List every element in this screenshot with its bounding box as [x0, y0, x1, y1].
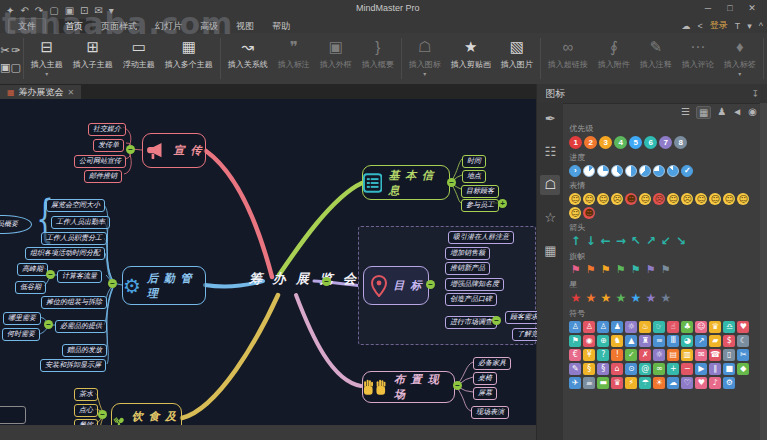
flag-icon-6[interactable]: ⚑: [659, 264, 672, 276]
document-tab[interactable]: ▦ 筹办展览会 ✕: [0, 85, 81, 99]
emoji-icon-14[interactable]: ☻: [583, 207, 595, 219]
mindmap-node[interactable]: 计算客流量: [57, 270, 102, 283]
ribbon-button-插入超链接[interactable]: ∞插入超链接: [543, 33, 593, 84]
symbol-icon-33[interactable]: ▤: [667, 349, 679, 361]
progress-icon-8[interactable]: ✓: [681, 165, 693, 177]
collapse-button[interactable]: −: [492, 316, 501, 325]
symbol-icon-49[interactable]: ∥: [709, 363, 721, 375]
mindmap-node[interactable]: 何时需要: [2, 328, 40, 341]
symbol-icon-31[interactable]: ✗: [639, 349, 651, 361]
mindmap-node[interactable]: 创造产品口碑: [445, 293, 497, 306]
symbol-icon-24[interactable]: $: [723, 335, 735, 347]
maximize-button[interactable]: □: [719, 0, 741, 16]
symbol-icon-23[interactable]: ▰: [709, 335, 721, 347]
flag-icon-3[interactable]: ⚑: [614, 264, 627, 276]
flag-icon-2[interactable]: ⚑: [599, 264, 612, 276]
clipboard-icon-1[interactable]: ✑: [11, 44, 20, 57]
collapse-ribbon-icon[interactable]: ^: [759, 21, 763, 31]
priority-icon-8[interactable]: 8: [674, 136, 687, 149]
panel-scrollbar[interactable]: [760, 103, 767, 440]
symbol-icon-57[interactable]: ☂: [639, 377, 651, 389]
ribbon-button-插入多个主题[interactable]: ▦插入多个主题: [160, 33, 218, 84]
symbol-icon-18[interactable]: ♜: [639, 335, 651, 347]
ribbon-button-插入主题[interactable]: ⊟插入主题▾: [26, 33, 68, 84]
mindmap-node[interactable]: 高峰期: [17, 263, 48, 276]
symbol-icon-44[interactable]: @: [639, 363, 651, 375]
arrow-icon-7[interactable]: ↘: [674, 235, 687, 248]
emoji-icon-6[interactable]: ☹: [653, 193, 665, 205]
quick-access-icon-2[interactable]: ↷: [35, 5, 43, 16]
progress-icon-0[interactable]: ›: [569, 165, 581, 177]
ribbon-button-插入标注[interactable]: ❞插入标注: [273, 33, 315, 84]
symbol-icon-41[interactable]: §: [597, 363, 609, 375]
emoji-icon-9[interactable]: ☺: [695, 193, 707, 205]
mindmap-node[interactable]: 屏幕: [473, 387, 497, 400]
symbol-icon-43[interactable]: ⊙: [625, 363, 637, 375]
symbol-icon-45[interactable]: ∞: [653, 363, 665, 375]
menu-file[interactable]: 文件: [8, 18, 46, 35]
topic-food-service[interactable]: 饮 食 及 服 务: [111, 403, 182, 425]
collapse-button[interactable]: −: [447, 178, 456, 187]
dropdown-caret-icon[interactable]: ▾: [738, 70, 741, 78]
ribbon-button-插入子主题[interactable]: ⊞插入子主题: [68, 33, 118, 84]
symbol-icon-17[interactable]: ▲: [625, 335, 637, 347]
collapse-button[interactable]: −: [126, 145, 135, 154]
mindmap-node[interactable]: 增加销售额: [445, 247, 490, 260]
panel-side-icon-2[interactable]: ☖: [540, 175, 560, 195]
mindmap-node[interactable]: 地点: [462, 170, 486, 183]
mindmap-node[interactable]: 现场表演: [471, 406, 509, 419]
symbol-icon-55[interactable]: ♛: [611, 377, 623, 389]
emoji-icon-11[interactable]: ☺: [723, 193, 735, 205]
symbol-icon-22[interactable]: ↗: [695, 335, 707, 347]
priority-icon-5[interactable]: 5: [629, 136, 642, 149]
collapse-button[interactable]: −: [46, 270, 55, 279]
mindmap-node[interactable]: 茶水: [74, 388, 98, 401]
symbol-icon-19[interactable]: ≡: [653, 335, 665, 347]
symbol-icon-52[interactable]: ✈: [569, 377, 581, 389]
mindmap-node[interactable]: 公司网站宣传: [74, 155, 126, 168]
ribbon-button-浮动主题[interactable]: ▭浮动主题: [118, 33, 160, 84]
flag-icon-1[interactable]: ⚑: [584, 264, 597, 276]
mindmap-node[interactable]: 桌椅: [473, 372, 497, 385]
symbol-icon-39[interactable]: ✎: [569, 363, 581, 375]
symbol-icon-54[interactable]: ▬: [597, 377, 609, 389]
clipboard-icon-2[interactable]: ▣: [0, 61, 10, 74]
emoji-icon-1[interactable]: ☺: [583, 193, 595, 205]
summary-node[interactable]: 人员概要: [0, 215, 32, 234]
symbol-icon-35[interactable]: ✉: [695, 349, 707, 361]
priority-icon-3[interactable]: 3: [599, 136, 612, 149]
menu-advanced[interactable]: 高级: [191, 19, 227, 34]
emoji-icon-8[interactable]: ☹: [681, 193, 693, 205]
star-icon-2[interactable]: ★: [599, 292, 612, 305]
panel-view-icon-3[interactable]: ◄: [732, 106, 742, 119]
star-icon-0[interactable]: ★: [569, 292, 582, 305]
symbol-icon-8[interactable]: ♣: [681, 321, 693, 333]
ribbon-button-插入图标[interactable]: ☖插入图标▾: [404, 33, 446, 84]
symbol-icon-40[interactable]: §: [583, 363, 595, 375]
expand-button[interactable]: +: [498, 199, 507, 208]
ribbon-button-插入附件[interactable]: ∮插入附件: [593, 33, 635, 84]
symbol-icon-14[interactable]: ◉: [583, 335, 595, 347]
panel-view-icon-0[interactable]: ☰: [681, 106, 690, 119]
priority-icon-6[interactable]: 6: [644, 136, 657, 149]
mindmap-node[interactable]: 推销新产品: [445, 262, 490, 275]
mindmap-node[interactable]: 组织各项活动时间分配: [25, 247, 105, 260]
symbol-icon-62[interactable]: ♪: [709, 377, 721, 389]
symbol-icon-32[interactable]: ☼: [653, 349, 665, 361]
panel-side-icon-0[interactable]: ✒: [540, 109, 560, 129]
mindmap-node[interactable]: 必需品的提供: [55, 320, 107, 333]
flag-icon-4[interactable]: ⚑: [629, 264, 642, 276]
collapse-button[interactable]: −: [322, 277, 331, 286]
ribbon-button-插入剪贴画[interactable]: ★插入剪贴画: [446, 33, 496, 84]
mindmap-node[interactable]: [0, 406, 26, 424]
priority-icon-2[interactable]: 2: [584, 136, 597, 149]
collapse-button[interactable]: −: [44, 320, 53, 329]
symbol-icon-12[interactable]: ♥: [737, 321, 749, 333]
theme-icon[interactable]: T: [735, 21, 741, 31]
symbol-icon-5[interactable]: ♨: [639, 321, 651, 333]
panel-side-icon-4[interactable]: ▦: [540, 241, 560, 261]
collapse-button[interactable]: −: [426, 280, 435, 289]
symbol-icon-11[interactable]: ♎: [723, 321, 735, 333]
symbol-icon-46[interactable]: +: [667, 363, 679, 375]
mindmap-node[interactable]: 安装和拆卸显示屏: [40, 359, 106, 372]
